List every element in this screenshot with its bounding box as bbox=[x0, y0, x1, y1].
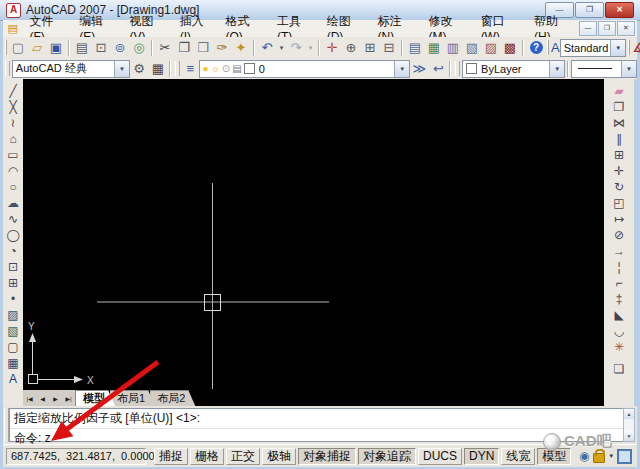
command-scrollbar[interactable]: ▲ ▼ bbox=[623, 408, 635, 442]
toolbar-grip[interactable] bbox=[628, 40, 630, 55]
menu-format[interactable]: 格式(O) bbox=[219, 20, 271, 37]
chevron-down-icon[interactable]: ▼ bbox=[114, 61, 129, 77]
menu-modify[interactable]: 修改(M) bbox=[422, 20, 474, 37]
array-icon[interactable]: ⊞ bbox=[611, 147, 628, 163]
layer-previous-icon[interactable]: ↩ bbox=[429, 60, 447, 78]
sheet-set-manager-icon[interactable]: ▧ bbox=[463, 39, 481, 57]
draw-order-icon[interactable]: ❏ bbox=[611, 361, 628, 377]
block-editor-icon[interactable]: ✦ bbox=[232, 39, 250, 57]
layer-combo[interactable]: ●☼⊙▤ 0 ▼ bbox=[199, 60, 411, 78]
fillet-icon[interactable]: ◡ bbox=[611, 323, 628, 339]
menu-tools[interactable]: 工具(T) bbox=[271, 20, 321, 37]
status-toggle-otrack[interactable]: 对象追踪 bbox=[358, 448, 416, 465]
menu-insert[interactable]: 插入(I) bbox=[174, 20, 220, 37]
break-icon[interactable]: ⌐ bbox=[611, 275, 628, 291]
coordinates-display[interactable]: 687.7425, 321.4817, 0.0000 bbox=[6, 448, 146, 465]
mdi-minimize-icon[interactable]: — bbox=[579, 21, 597, 36]
polyline-icon[interactable]: ≀ bbox=[5, 115, 22, 131]
clean-screen-icon[interactable] bbox=[617, 449, 632, 464]
plot-icon[interactable]: ▤ bbox=[73, 39, 91, 57]
insert-block-icon[interactable]: ⊡ bbox=[5, 259, 22, 275]
extend-icon[interactable]: → bbox=[611, 243, 628, 259]
trim-icon[interactable]: ⊘ bbox=[611, 227, 628, 243]
publish-icon[interactable]: ⊚ bbox=[111, 39, 129, 57]
zoom-window-icon[interactable]: ⊞ bbox=[361, 39, 379, 57]
drawing-area[interactable]: Y X |◀◀▶▶| 模型布局1布局2 bbox=[23, 79, 604, 406]
chevron-down-icon[interactable]: ▾ bbox=[609, 452, 613, 460]
toolbar-grip[interactable] bbox=[455, 61, 460, 76]
status-toggle-grid[interactable]: 栅格 bbox=[190, 448, 224, 465]
markup-set-manager-icon[interactable]: ▨ bbox=[482, 39, 500, 57]
tab-model[interactable]: 模型 bbox=[76, 390, 115, 406]
text-style-icon[interactable]: A bbox=[551, 39, 560, 57]
revision-cloud-icon[interactable]: ☁ bbox=[5, 195, 22, 211]
designcenter-icon[interactable]: ▦ bbox=[425, 39, 443, 57]
chamfer-icon[interactable]: ◣ bbox=[611, 307, 628, 323]
menu-window[interactable]: 窗口(W) bbox=[475, 20, 528, 37]
offset-icon[interactable]: ∥ bbox=[611, 131, 628, 147]
toolbar-grip[interactable] bbox=[175, 61, 180, 76]
tab-nav-2-icon[interactable]: ▶ bbox=[49, 391, 62, 405]
status-toggle-osnap[interactable]: 对象捕捉 bbox=[298, 448, 356, 465]
explode-icon[interactable]: ✳ bbox=[611, 339, 628, 355]
workspace-combo[interactable]: AutoCAD 经典 ▼ bbox=[12, 60, 130, 78]
command-text-area[interactable]: 指定缩放比例因子或 [单位(U)] <1>: 命令: z bbox=[9, 408, 625, 442]
arc-icon[interactable]: ◠ bbox=[5, 163, 22, 179]
erase-icon[interactable]: ▰ bbox=[611, 83, 628, 99]
color-combo[interactable]: ByLayer ▼ bbox=[462, 60, 565, 78]
multiline-text-icon[interactable]: A bbox=[5, 371, 22, 387]
new-icon[interactable]: ▢ bbox=[9, 39, 27, 57]
linetype-combo[interactable]: ▼ bbox=[571, 60, 637, 78]
layer-properties-manager-icon[interactable]: ≡ bbox=[182, 60, 199, 78]
tab-nav-3-icon[interactable]: ▶| bbox=[62, 391, 75, 405]
spline-icon[interactable]: ∿ bbox=[5, 211, 22, 227]
menu-view[interactable]: 视图(V) bbox=[123, 20, 173, 37]
my-workspace-icon[interactable]: ▦ bbox=[149, 60, 167, 78]
menu-draw[interactable]: 绘图(D) bbox=[321, 20, 372, 37]
match-properties-icon[interactable]: ✑ bbox=[213, 39, 231, 57]
undo-icon[interactable]: ↶ bbox=[258, 39, 276, 57]
help-icon[interactable]: ? bbox=[527, 39, 545, 57]
toolbar-grip[interactable] bbox=[5, 40, 7, 55]
tab-layout1[interactable]: 布局1 bbox=[110, 390, 155, 406]
table-icon[interactable]: ▦ bbox=[5, 355, 22, 371]
mdi-restore-icon[interactable]: ❐ bbox=[598, 21, 616, 36]
toolbar-grip[interactable] bbox=[5, 61, 10, 76]
join-icon[interactable]: ‡ bbox=[611, 291, 628, 307]
status-toggle-polar[interactable]: 极轴 bbox=[262, 448, 296, 465]
menu-help[interactable]: 帮助(H) bbox=[528, 20, 579, 37]
dim-style-icon[interactable]: ∡ bbox=[632, 39, 640, 57]
undo-dropdown-icon[interactable]: ▾ bbox=[277, 39, 286, 57]
tool-palettes-icon[interactable]: ▥ bbox=[444, 39, 462, 57]
scroll-up-icon[interactable]: ▲ bbox=[624, 409, 634, 419]
move-icon[interactable]: ✛ bbox=[611, 163, 628, 179]
rectangle-icon[interactable]: ▭ bbox=[5, 147, 22, 163]
chevron-down-icon[interactable]: ▼ bbox=[549, 61, 564, 77]
tab-nav-1-icon[interactable]: ◀ bbox=[36, 391, 49, 405]
toolbar-grip[interactable] bbox=[547, 40, 549, 55]
redo-icon[interactable]: ↷ bbox=[287, 39, 305, 57]
zoom-realtime-icon[interactable]: ⊕ bbox=[342, 39, 360, 57]
copy-object-icon[interactable]: ❐ bbox=[611, 99, 628, 115]
break-at-point-icon[interactable]: ¦ bbox=[611, 259, 628, 275]
save-icon[interactable]: ▣ bbox=[47, 39, 65, 57]
rotate-icon[interactable]: ↻ bbox=[611, 179, 628, 195]
close-icon[interactable]: ✕ bbox=[605, 2, 634, 18]
menu-edit[interactable]: 编辑(E) bbox=[73, 20, 123, 37]
properties-palette-icon[interactable]: ▤ bbox=[406, 39, 424, 57]
tab-layout2[interactable]: 布局2 bbox=[150, 390, 195, 406]
point-icon[interactable]: • bbox=[5, 291, 22, 307]
paste-icon[interactable]: ❒ bbox=[194, 39, 212, 57]
circle-icon[interactable]: ○ bbox=[5, 179, 22, 195]
publish-3d-dwf-icon[interactable]: ◎ bbox=[130, 39, 148, 57]
make-object-layer-current-icon[interactable]: ≫ bbox=[410, 60, 428, 78]
chevron-down-icon[interactable]: ▼ bbox=[610, 40, 625, 56]
quickcalc-icon[interactable]: ▩ bbox=[501, 39, 519, 57]
workspace-settings-icon[interactable]: ⚙ bbox=[130, 60, 148, 78]
chevron-down-icon[interactable]: ▼ bbox=[621, 61, 636, 77]
menu-dimension[interactable]: 标注(N) bbox=[372, 20, 423, 37]
ellipse-arc-icon[interactable]: ◔ bbox=[5, 243, 22, 259]
status-toggle-dyn[interactable]: DYN bbox=[464, 448, 499, 465]
menu-file[interactable]: 文件(F) bbox=[24, 20, 74, 37]
mirror-icon[interactable]: ⋈ bbox=[611, 115, 628, 131]
